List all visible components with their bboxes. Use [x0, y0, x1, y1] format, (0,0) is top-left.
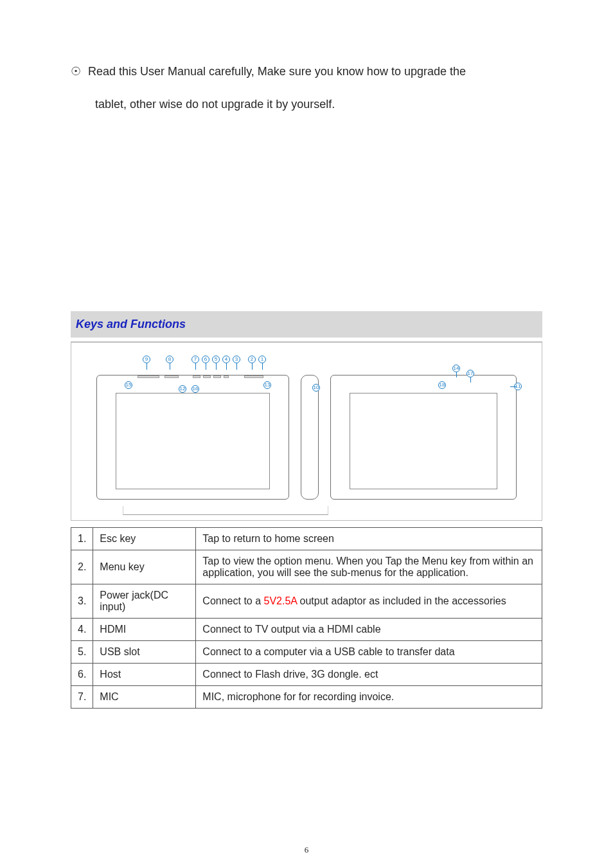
tip-text-1: Read this User Manual carefully, Make su…	[88, 65, 466, 78]
table-row: 3. Power jack(DC input) Connect to a 5V2…	[71, 584, 542, 619]
row-name: Menu key	[93, 550, 196, 584]
row-desc: MIC, microphone for for recording invoic…	[196, 686, 542, 709]
tablet-back-view: 9 8 7 6 5 4 3 2 1 15	[96, 354, 289, 502]
table-row: 4. HDMI Connect to TV output via a HDMI …	[71, 619, 542, 641]
callout-7: 7	[191, 356, 199, 363]
row-num: 7.	[71, 686, 93, 709]
table-row: 6. Host Connect to Flash drive, 3G dongl…	[71, 664, 542, 686]
row-num: 5.	[71, 641, 93, 664]
row-name: Host	[93, 664, 196, 686]
callout-5: 5	[212, 356, 220, 363]
callout-3: 3	[233, 356, 240, 363]
row-num: 4.	[71, 619, 93, 641]
row-desc: Connect to Flash drive, 3G dongle. ect	[196, 664, 542, 686]
row-name: Power jack(DC input)	[93, 584, 196, 619]
row-num: 3.	[71, 584, 93, 619]
row-name: HDMI	[93, 619, 196, 641]
row-desc: Connect to a computer via a USB cable to…	[196, 641, 542, 664]
callout-8: 8	[166, 356, 173, 363]
callout-9: 9	[143, 356, 150, 363]
callout-4: 4	[222, 356, 230, 363]
table-row: 7. MIC MIC, microphone for for recording…	[71, 686, 542, 709]
tablet-front-view: 14 17 18 11	[330, 354, 517, 502]
row-num: 6.	[71, 664, 93, 686]
voltage-spec: 5V2.5A	[264, 595, 298, 606]
section-header: Keys and Functions	[71, 311, 542, 338]
table-row: 2. Menu key Tap to view the option menu.…	[71, 550, 542, 584]
row-desc: Tap to return to home screen	[196, 528, 542, 550]
row-num: 2.	[71, 550, 93, 584]
tip-text-2: tablet, other wise do not upgrade it by …	[71, 91, 542, 118]
callout-2: 2	[248, 356, 256, 363]
callout-14: 14	[452, 365, 460, 372]
table-row: 1. Esc key Tap to return to home screen	[71, 528, 542, 550]
row-desc: Connect to TV output via a HDMI cable	[196, 619, 542, 641]
device-diagram: 9 8 7 6 5 4 3 2 1 15	[71, 341, 542, 521]
section-title: Keys and Functions	[76, 318, 186, 330]
circle-dot-icon: ☉	[71, 65, 81, 78]
tip-bullet: ☉ Read this User Manual carefully, Make …	[71, 58, 542, 86]
page-number: 6	[0, 845, 613, 855]
row-name: MIC	[93, 686, 196, 709]
callout-1: 1	[258, 356, 266, 363]
row-num: 1.	[71, 528, 93, 550]
tablet-side-view: 10	[298, 354, 321, 502]
row-desc: Connect to a 5V2.5A output adaptor as in…	[196, 584, 542, 619]
callout-6: 6	[202, 356, 209, 363]
functions-table: 1. Esc key Tap to return to home screen …	[71, 527, 542, 709]
row-name: Esc key	[93, 528, 196, 550]
diagram-platform	[123, 506, 328, 515]
callout-10: 10	[312, 384, 320, 392]
table-row: 5. USB slot Connect to a computer via a …	[71, 641, 542, 664]
row-name: USB slot	[93, 641, 196, 664]
row-desc: Tap to view the option menu. When you Ta…	[196, 550, 542, 584]
